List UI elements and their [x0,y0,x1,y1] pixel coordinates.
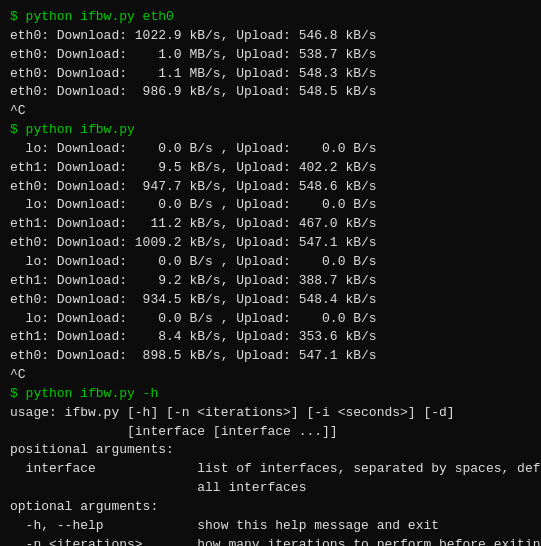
terminal-line-cmd3: $ python ifbw.py -h [10,385,531,404]
terminal-line-l26: optional arguments: [10,498,531,517]
terminal-line-l20: [interface [interface ...]] [10,423,531,442]
terminal-line-l4: eth0: Download: 986.9 kB/s, Upload: 548.… [10,83,531,102]
terminal-line-l5: ^C [10,102,531,121]
terminal-line-l8: eth0: Download: 947.7 kB/s, Upload: 548.… [10,178,531,197]
terminal-window: $ python ifbw.py eth0eth0: Download: 102… [10,8,531,546]
terminal-line-l18: ^C [10,366,531,385]
terminal-line-l3: eth0: Download: 1.1 MB/s, Upload: 548.3 … [10,65,531,84]
terminal-line-l23: interface list of interfaces, separated … [10,460,531,479]
terminal-line-l16: eth1: Download: 8.4 kB/s, Upload: 353.6 … [10,328,531,347]
terminal-line-l15: lo: Download: 0.0 B/s , Upload: 0.0 B/s [10,310,531,329]
terminal-line-l22: positional arguments: [10,441,531,460]
terminal-line-cmd1: $ python ifbw.py eth0 [10,8,531,27]
terminal-line-l24: all interfaces [10,479,531,498]
terminal-line-l11: eth0: Download: 1009.2 kB/s, Upload: 547… [10,234,531,253]
terminal-line-l28: -n <iterations> how many iterations to p… [10,536,531,546]
terminal-line-cmd2: $ python ifbw.py [10,121,531,140]
terminal-line-l2: eth0: Download: 1.0 MB/s, Upload: 538.7 … [10,46,531,65]
terminal-line-l17: eth0: Download: 898.5 kB/s, Upload: 547.… [10,347,531,366]
terminal-line-l6: lo: Download: 0.0 B/s , Upload: 0.0 B/s [10,140,531,159]
terminal-line-l27: -h, --help show this help message and ex… [10,517,531,536]
terminal-line-l1: eth0: Download: 1022.9 kB/s, Upload: 546… [10,27,531,46]
terminal-line-l7: eth1: Download: 9.5 kB/s, Upload: 402.2 … [10,159,531,178]
terminal-line-l19: usage: ifbw.py [-h] [-n <iterations>] [-… [10,404,531,423]
terminal-line-l9: lo: Download: 0.0 B/s , Upload: 0.0 B/s [10,196,531,215]
terminal-line-l10: eth1: Download: 11.2 kB/s, Upload: 467.0… [10,215,531,234]
terminal-line-l12: lo: Download: 0.0 B/s , Upload: 0.0 B/s [10,253,531,272]
terminal-line-l13: eth1: Download: 9.2 kB/s, Upload: 388.7 … [10,272,531,291]
terminal-line-l14: eth0: Download: 934.5 kB/s, Upload: 548.… [10,291,531,310]
